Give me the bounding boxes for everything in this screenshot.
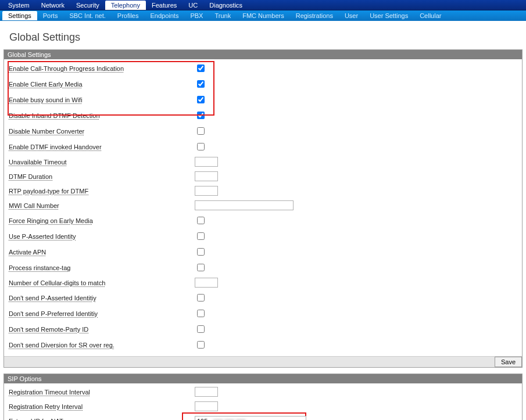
- checkbox-use-p-asserted-identity[interactable]: [197, 232, 205, 240]
- form-label: Use P-Asserted Identity: [9, 233, 195, 240]
- topnav-item-telephony[interactable]: Telephony: [105, 1, 146, 10]
- subnav-item-ports[interactable]: Ports: [37, 11, 64, 20]
- form-control-cell: [195, 231, 522, 242]
- subnav-item-user[interactable]: User: [339, 11, 364, 20]
- checkbox-force-ringing-on-early-media[interactable]: [197, 217, 205, 224]
- form-control-cell: [195, 308, 522, 319]
- topnav-item-uc[interactable]: UC: [183, 1, 203, 10]
- subnav-item-cellular[interactable]: Cellular: [414, 11, 447, 20]
- form-control-cell: [195, 157, 522, 167]
- form-row: Disable Number Converter: [4, 124, 522, 140]
- input-registration-timeout-interval[interactable]: [195, 387, 218, 397]
- form-row: External IP for NATxxx.xxx.xxx: [4, 415, 522, 420]
- topnav-item-diagnostics[interactable]: Diagnostics: [203, 1, 248, 10]
- topnav-item-security[interactable]: Security: [70, 1, 105, 10]
- form-row: Enable Client Early Media: [4, 77, 522, 93]
- form-label: Don't send P-Asserted Identitiy: [9, 295, 195, 301]
- checkbox-don-t-send-remote-party-id[interactable]: [197, 325, 205, 333]
- form-row: Enable DTMF invoked Handover: [4, 140, 522, 156]
- subnav-item-settings[interactable]: Settings: [2, 11, 37, 20]
- save-button[interactable]: Save: [495, 357, 522, 367]
- checkbox-enable-busy-sound-in-wifi[interactable]: [197, 96, 205, 103]
- checkbox-don-t-send-diversion-for-sr-over-reg-[interactable]: [197, 341, 205, 349]
- checkbox-enable-client-early-media[interactable]: [197, 80, 205, 88]
- form-control-cell: [195, 186, 522, 196]
- top-nav: SystemNetworkSecurityTelephonyFeaturesUC…: [0, 0, 526, 10]
- form-label: Enable Client Early Media: [9, 81, 195, 88]
- form-label: Registration Retry Interval: [9, 403, 195, 410]
- form-label: Enable busy sound in Wifi: [9, 96, 195, 103]
- subnav-item-trunk[interactable]: Trunk: [209, 11, 237, 20]
- form-row: Use P-Asserted Identity: [4, 229, 522, 245]
- topnav-item-system[interactable]: System: [2, 1, 35, 10]
- form-row: Registration Retry Interval: [4, 400, 522, 415]
- page-title: Global Settings: [3, 24, 523, 49]
- checkbox-enable-call-through-progress-indication[interactable]: [197, 64, 205, 72]
- form-row: MWI Call Number: [4, 199, 522, 214]
- sub-nav: SettingsPortsSBC Int. net.ProfilesEndpoi…: [0, 10, 526, 21]
- subnav-item-profiles[interactable]: Profiles: [112, 11, 145, 20]
- subnav-item-registrations[interactable]: Registrations: [290, 11, 339, 20]
- topnav-item-features[interactable]: Features: [146, 1, 183, 10]
- checkbox-activate-apn[interactable]: [197, 248, 205, 256]
- page-content: Global Settings Global Settings Enable C…: [0, 21, 526, 420]
- form-label: Unavailable Timeout: [9, 159, 195, 166]
- form-control-cell: [195, 278, 522, 288]
- form-control-cell: [195, 63, 522, 74]
- form-label: External IP for NAT: [9, 418, 195, 421]
- input-unavailable-timeout[interactable]: [195, 157, 218, 167]
- form-control-cell: xxx.xxx.xxx: [195, 416, 522, 420]
- form-control-cell: [195, 339, 522, 350]
- checkbox-don-t-send-p-preferred-identitiy[interactable]: [197, 310, 205, 317]
- form-control-cell: [195, 215, 522, 226]
- form-label: Registration Timeout Interval: [9, 389, 195, 396]
- input-dtmf-duration[interactable]: [195, 171, 218, 181]
- sip-options-panel: SIP Options Registration Timeout Interva…: [3, 374, 523, 420]
- subnav-item-fmc-numbers[interactable]: FMC Numbers: [237, 11, 290, 20]
- global-settings-body: Enable Call-Through Progress IndicationE…: [4, 59, 522, 356]
- form-label: Don't send Remote-Party ID: [9, 326, 195, 333]
- checkbox-disable-number-converter[interactable]: [197, 127, 205, 135]
- form-label: Disable Inband DTMF Detection: [9, 112, 195, 119]
- sip-options-body: Registration Timeout IntervalRegistratio…: [4, 383, 522, 420]
- form-row: Enable Call-Through Progress Indication: [4, 62, 522, 77]
- form-label: Enable Call-Through Progress Indication: [9, 65, 195, 72]
- form-label: DTMF Duration: [9, 173, 195, 180]
- subnav-item-sbc-int-net-[interactable]: SBC Int. net.: [63, 11, 111, 20]
- subnav-item-user-settings[interactable]: User Settings: [364, 11, 414, 20]
- form-label: Enable DTMF invoked Handover: [9, 143, 195, 150]
- form-row: RTP payload-type for DTMF: [4, 185, 522, 199]
- form-label: Activate APN: [9, 249, 195, 256]
- form-label: Process rinstance-tag: [9, 264, 195, 271]
- checkbox-enable-dtmf-invoked-handover[interactable]: [197, 143, 205, 150]
- input-mwi-call-number[interactable]: [195, 200, 294, 210]
- input-number-of-cellular-digits-to-match[interactable]: [195, 278, 218, 288]
- form-control-cell: [195, 94, 522, 105]
- form-control-cell: [195, 401, 522, 411]
- input-external-ip-for-nat[interactable]: [195, 416, 306, 420]
- form-label: Don't send Diversion for SR over reg.: [9, 342, 195, 349]
- form-label: MWI Call Number: [9, 202, 195, 209]
- form-row: Process rinstance-tag: [4, 261, 522, 277]
- sip-options-header: SIP Options: [4, 374, 522, 383]
- global-settings-header: Global Settings: [4, 50, 522, 59]
- checkbox-disable-inband-dtmf-detection[interactable]: [197, 112, 205, 119]
- form-label: RTP payload-type for DTMF: [9, 188, 195, 195]
- topnav-item-network[interactable]: Network: [35, 1, 70, 10]
- form-row: Enable busy sound in Wifi: [4, 93, 522, 109]
- input-rtp-payload-type-for-dtmf[interactable]: [195, 186, 218, 196]
- checkbox-process-rinstance-tag[interactable]: [197, 264, 205, 271]
- checkbox-don-t-send-p-asserted-identitiy[interactable]: [197, 294, 205, 301]
- subnav-item-pbx[interactable]: PBX: [184, 11, 209, 20]
- form-row: Don't send Remote-Party ID: [4, 322, 522, 338]
- form-row: Don't send P-Preferred Identitiy: [4, 307, 522, 322]
- save-bar: Save: [4, 356, 522, 367]
- form-label: Force Ringing on Early Media: [9, 217, 195, 224]
- form-control-cell: [195, 200, 522, 210]
- form-row: Unavailable Timeout: [4, 156, 522, 170]
- input-registration-retry-interval[interactable]: [195, 401, 218, 411]
- form-label: Disable Number Converter: [9, 128, 195, 135]
- form-control-cell: [195, 246, 522, 257]
- form-row: Don't send P-Asserted Identitiy: [4, 291, 522, 307]
- subnav-item-endpoints[interactable]: Endpoints: [145, 11, 185, 20]
